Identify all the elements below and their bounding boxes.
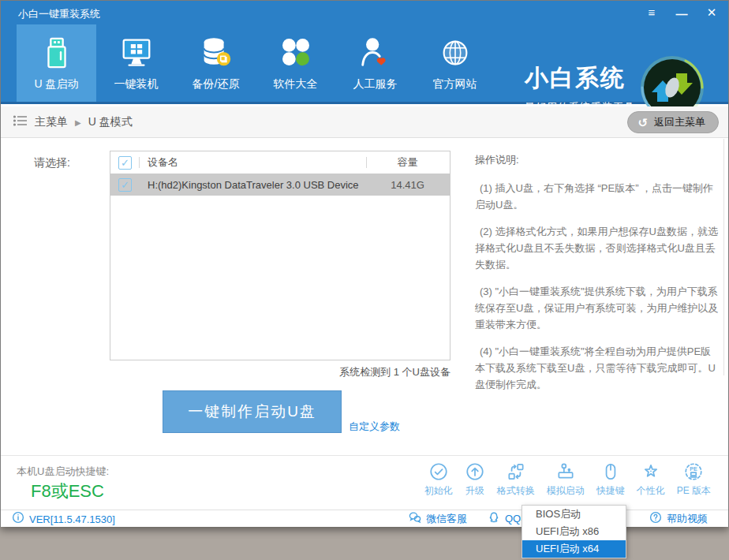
custom-params-link[interactable]: 自定义参数 xyxy=(349,420,400,434)
select-label: 请选择: xyxy=(34,156,70,170)
usb-drive-icon xyxy=(39,35,75,71)
tool-format-convert[interactable]: 格式转换 xyxy=(497,461,535,498)
tool-label: PE 版本 xyxy=(677,484,711,498)
nav-items: U 盘启动 一键装机 xyxy=(17,24,495,102)
nav-label: 官方网站 xyxy=(433,77,477,91)
main-content: 请选择: ✓ 设备名 容量 ✓ H:(hd2)Kingston DataTrav… xyxy=(1,139,728,455)
tool-label: 快捷键 xyxy=(596,484,625,498)
app-title: 小白一键重装系统 xyxy=(18,7,100,21)
hotkey-value: F8或ESC xyxy=(31,480,104,503)
personalize-star-icon xyxy=(641,461,661,482)
breadcrumb-current: U 盘模式 xyxy=(88,115,133,129)
header-divider xyxy=(139,157,140,168)
row-checkbox-cell: ✓ xyxy=(110,178,140,192)
wechat-icon xyxy=(409,511,421,527)
brand-name: 小白系统 xyxy=(525,62,635,95)
column-capacity: 容量 xyxy=(365,155,450,170)
menu-icon[interactable]: ≡ xyxy=(643,4,660,21)
instruction-step: (4) "小白一键重装系统"将全程自动为用户提供PE版本下载及系统下载至U盘，只… xyxy=(475,343,721,393)
detect-status-text: 系统检测到 1 个U盘设备 xyxy=(110,365,450,379)
nav-label: 人工服务 xyxy=(353,77,398,91)
version-info: VER[11.5.47.1530] xyxy=(12,510,115,528)
scrollbar-track[interactable] xyxy=(723,139,724,375)
tool-pe-version[interactable]: PE PE 版本 xyxy=(677,461,711,498)
nav-item-official-website[interactable]: 官方网站 xyxy=(415,24,495,102)
menu-list-icon xyxy=(13,115,28,129)
back-arrow-icon: ↺ xyxy=(637,117,648,129)
pe-version-popup-menu: BIOS启动 UEFI启动 x86 UEFI启动 x64 xyxy=(522,505,626,558)
bottom-bar: 本机U盘启动快捷键: F8或ESC 初始化 升级 xyxy=(1,455,728,510)
title-bar: 小白一键重装系统 ≡ — ✕ xyxy=(1,1,728,24)
return-main-menu-button[interactable]: ↺ 返回主菜单 xyxy=(627,111,719,133)
breadcrumb-arrow-icon: ▶ xyxy=(75,118,81,127)
simulate-boot-joystick-icon xyxy=(555,461,576,482)
hotkey-mouse-icon xyxy=(600,461,621,482)
tool-initialize[interactable]: 初始化 xyxy=(424,461,453,498)
qq-penguin-icon xyxy=(488,511,500,527)
hotkey-label: 本机U盘启动快捷键: xyxy=(17,465,109,479)
device-name: H:(hd2)Kingston DataTraveler 3.0 USB Dev… xyxy=(140,179,365,191)
header-checkbox-cell: ✓ xyxy=(110,156,140,170)
nav-item-software-collection[interactable]: 软件大全 xyxy=(256,24,335,102)
apps-icon xyxy=(278,35,314,71)
info-icon xyxy=(12,511,24,527)
version-text: VER[11.5.47.1530] xyxy=(29,513,115,525)
tool-label: 升级 xyxy=(465,484,484,498)
support-icon xyxy=(357,35,394,71)
tool-label: 模拟启动 xyxy=(547,484,585,498)
back-button-label: 返回主菜单 xyxy=(654,115,705,129)
popup-item-uefi-x86[interactable]: UEFI启动 x86 xyxy=(522,523,626,540)
breadcrumb-bar: 主菜单 ▶ U 盘模式 ↺ 返回主菜单 xyxy=(1,106,728,138)
help-video[interactable]: 帮助视频 xyxy=(649,510,708,528)
nav-label: 备份/还原 xyxy=(193,77,240,91)
tool-simulate-boot[interactable]: 模拟启动 xyxy=(547,461,585,498)
nav-item-backup-restore[interactable]: 备份/还原 xyxy=(176,24,256,102)
nav-bar: U 盘启动 一键装机 xyxy=(1,24,728,104)
nav-item-usb-boot[interactable]: U 盘启动 xyxy=(17,24,96,102)
instruction-step: (1) 插入U盘，右下角选择 “PE版本” ，点击一键制作启动U盘。 xyxy=(475,180,721,213)
column-device-name: 设备名 xyxy=(140,155,365,170)
nav-item-one-key-install[interactable]: 一键装机 xyxy=(96,24,176,102)
svg-text:PE: PE xyxy=(690,466,698,472)
table-header: ✓ 设备名 容量 xyxy=(110,151,450,174)
header-divider xyxy=(366,157,367,168)
tool-label: 个性化 xyxy=(637,484,665,498)
globe-icon xyxy=(437,35,473,71)
nav-label: 软件大全 xyxy=(274,77,318,91)
popup-item-uefi-x64[interactable]: UEFI启动 x64 xyxy=(522,540,626,558)
popup-item-bios[interactable]: BIOS启动 xyxy=(522,506,626,523)
breadcrumb-root[interactable]: 主菜单 xyxy=(35,115,68,129)
upgrade-arrow-icon xyxy=(465,461,485,482)
app-window: 小白一键重装系统 ≡ — ✕ U 盘启动 xyxy=(0,0,729,527)
row-checkbox[interactable]: ✓ xyxy=(118,178,132,192)
device-capacity: 14.41G xyxy=(365,179,450,191)
question-icon xyxy=(649,511,662,527)
minimize-icon[interactable]: — xyxy=(673,4,690,21)
instructions-title: 操作说明: xyxy=(475,153,721,167)
backup-restore-icon xyxy=(198,35,234,71)
tool-personalize[interactable]: 个性化 xyxy=(637,461,665,498)
make-boot-usb-button[interactable]: 一键制作启动U盘 xyxy=(163,390,342,433)
instruction-step: (3) "小白一键重装系统"提供系统下载，为用户下载系统保存至U盘，保证用户有系… xyxy=(475,283,721,333)
tools-row: 初始化 升级 格式转换 xyxy=(424,461,711,498)
nav-label: U 盘启动 xyxy=(35,77,79,91)
breadcrumb: 主菜单 ▶ U 盘模式 xyxy=(13,106,133,138)
nav-item-human-service[interactable]: 人工服务 xyxy=(335,24,415,102)
wechat-service[interactable]: 微信客服 xyxy=(409,510,467,528)
tool-label: 格式转换 xyxy=(497,484,535,498)
initialize-check-icon xyxy=(428,461,449,482)
table-row[interactable]: ✓ H:(hd2)Kingston DataTraveler 3.0 USB D… xyxy=(110,174,450,196)
tool-hotkey[interactable]: 快捷键 xyxy=(596,461,625,498)
pe-version-icon: PE xyxy=(683,461,704,482)
format-convert-icon xyxy=(506,461,526,482)
instruction-step: (2) 选择格式化方式，如果用户想保存U盘数据，就选择格式化U盘且不丢失数据，否… xyxy=(475,223,721,273)
tool-upgrade[interactable]: 升级 xyxy=(465,461,485,498)
instructions-panel: 操作说明: (1) 插入U盘，右下角选择 “PE版本” ，点击一键制作启动U盘。… xyxy=(475,153,721,403)
help-label: 帮助视频 xyxy=(667,512,708,526)
tool-label: 初始化 xyxy=(424,484,453,498)
close-icon[interactable]: ✕ xyxy=(703,4,720,21)
select-all-checkbox[interactable]: ✓ xyxy=(118,156,132,170)
monitor-icon xyxy=(118,35,155,71)
window-controls: ≡ — ✕ xyxy=(643,4,720,21)
wechat-label: 微信客服 xyxy=(426,512,467,526)
